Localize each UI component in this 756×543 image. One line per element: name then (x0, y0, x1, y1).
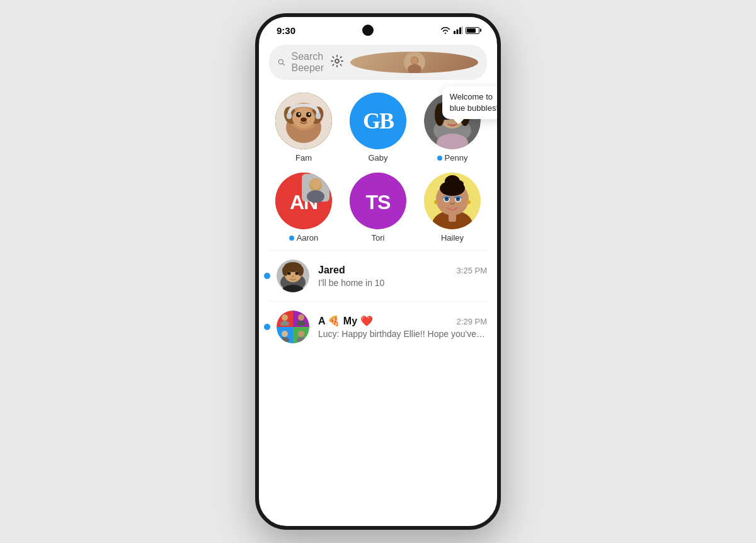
penny-name: Penny (437, 153, 468, 163)
tooltip-bubble: Welcome to blue bubbles! (442, 86, 501, 119)
status-bar: 9:30 (259, 17, 497, 41)
contact-gaby[interactable]: GB Gaby (343, 93, 413, 163)
group-seg-4 (293, 327, 309, 343)
svg-point-68 (295, 272, 299, 275)
svg-point-20 (301, 118, 307, 122)
svg-point-66 (297, 266, 304, 276)
svg-point-65 (282, 266, 289, 276)
jared-unread-dot (264, 273, 270, 279)
profile-avatar[interactable] (350, 52, 478, 73)
status-icons (440, 26, 479, 34)
svg-point-75 (298, 314, 304, 321)
battery-fill (467, 28, 476, 33)
svg-point-81 (298, 331, 304, 337)
signal-icon (453, 26, 463, 34)
svg-text:GB: GB (363, 108, 394, 134)
svg-rect-3 (462, 26, 464, 34)
jared-conv-header: Jared 3:25 PM (318, 265, 487, 276)
group-seg-1 (277, 311, 293, 327)
tori-name: Tori (372, 233, 385, 243)
group-time: 2:29 PM (457, 317, 487, 326)
conversation-group[interactable]: A 🍕 My ❤️ 2:29 PM Lucy: Happy birthday E… (269, 301, 487, 352)
svg-point-54 (446, 198, 448, 200)
contact-penny[interactable]: Welcome to blue bubbles! (418, 93, 487, 163)
svg-rect-2 (459, 28, 461, 35)
svg-text:TS: TS (366, 191, 391, 214)
conversation-list: Jared 3:25 PM I'll be home in 10 (269, 250, 487, 352)
svg-point-59 (467, 200, 471, 204)
svg-point-5 (335, 59, 339, 63)
contact-fam[interactable]: Fam (269, 93, 338, 163)
svg-rect-21 (287, 113, 292, 119)
group-avatar-inner (277, 311, 309, 343)
aaron-online-dot (289, 236, 294, 241)
group-name: A 🍕 My ❤️ (318, 315, 373, 327)
jared-preview: I'll be home in 10 (318, 278, 487, 288)
contact-aaron[interactable]: AN Aaron (269, 173, 338, 243)
group-seg-2 (293, 311, 309, 327)
contact-hailey[interactable]: Hailey (418, 173, 487, 243)
jared-name: Jared (318, 265, 345, 276)
svg-point-18 (299, 113, 301, 115)
tooltip-line1: Welcome to (450, 92, 493, 101)
hailey-avatar (424, 173, 481, 229)
contacts-grid: Fam GB Gaby Welcome to (269, 93, 487, 243)
jared-conv-body: Jared 3:25 PM I'll be home in 10 (318, 265, 487, 288)
svg-rect-1 (457, 30, 459, 35)
group-unread-dot (264, 324, 270, 330)
app-content: Search Beeper (259, 45, 497, 365)
contact-tori[interactable]: TS Tori (343, 173, 413, 243)
group-avatar (277, 311, 309, 343)
jared-avatar (277, 260, 309, 292)
svg-point-42 (311, 179, 321, 189)
hailey-name: Hailey (441, 233, 464, 243)
svg-point-57 (457, 198, 459, 200)
fam-avatar (275, 93, 332, 149)
camera-notch (362, 25, 374, 36)
svg-point-78 (282, 331, 288, 337)
aaron-name: Aaron (289, 233, 319, 243)
jared-time: 3:25 PM (457, 266, 487, 275)
svg-point-67 (288, 272, 291, 275)
tooltip-line2: blue bubbles! (450, 103, 498, 113)
svg-rect-22 (316, 113, 321, 119)
svg-point-51 (454, 180, 464, 188)
search-bar[interactable]: Search Beeper (269, 45, 487, 80)
search-placeholder[interactable]: Search Beeper (291, 51, 324, 74)
svg-point-58 (434, 200, 438, 204)
svg-point-9 (411, 57, 418, 64)
gear-icon[interactable] (330, 54, 344, 71)
svg-point-19 (309, 113, 311, 115)
group-conv-body: A 🍕 My ❤️ 2:29 PM Lucy: Happy birthday E… (318, 315, 487, 339)
svg-point-69 (292, 275, 295, 278)
svg-rect-0 (454, 31, 455, 34)
search-icon (278, 57, 285, 68)
fam-name: Fam (295, 153, 312, 163)
aaron-avatar: AN (275, 173, 332, 229)
phone-frame: 9:30 (255, 13, 501, 530)
conversation-jared[interactable]: Jared 3:25 PM I'll be home in 10 (269, 250, 487, 301)
wifi-icon (440, 26, 450, 34)
group-conv-header: A 🍕 My ❤️ 2:29 PM (318, 315, 487, 327)
gaby-avatar: GB (350, 93, 406, 149)
svg-point-72 (282, 314, 288, 321)
battery-icon (466, 27, 479, 34)
tori-avatar: TS (350, 173, 406, 229)
status-time: 9:30 (277, 25, 295, 36)
gaby-name: Gaby (368, 153, 387, 163)
group-seg-3 (277, 327, 293, 343)
svg-point-41 (307, 190, 324, 203)
contacts-section: Fam GB Gaby Welcome to (269, 93, 487, 243)
group-preview: Lucy: Happy birthday Ellie!! Hope you've… (318, 329, 487, 339)
penny-online-dot (437, 156, 442, 161)
